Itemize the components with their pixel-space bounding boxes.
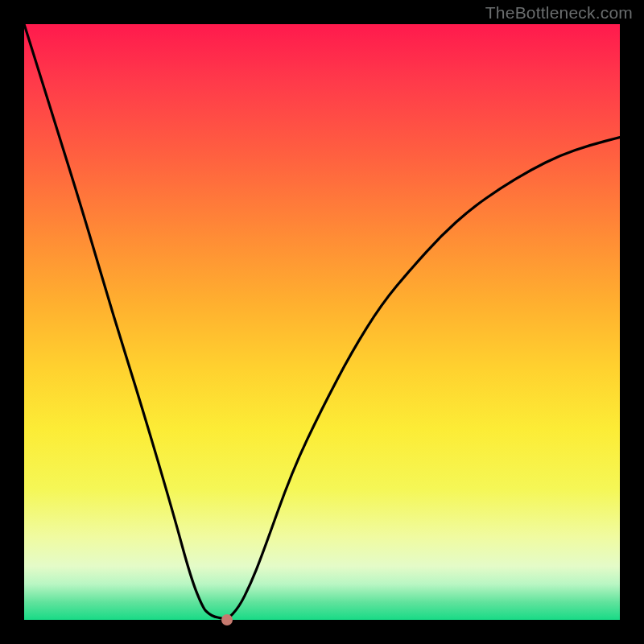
chart-frame: TheBottleneck.com	[0, 0, 644, 644]
plot-area	[24, 24, 620, 620]
watermark-text: TheBottleneck.com	[485, 3, 633, 23]
bottleneck-curve	[24, 24, 620, 620]
minimum-marker-dot	[221, 614, 233, 625]
